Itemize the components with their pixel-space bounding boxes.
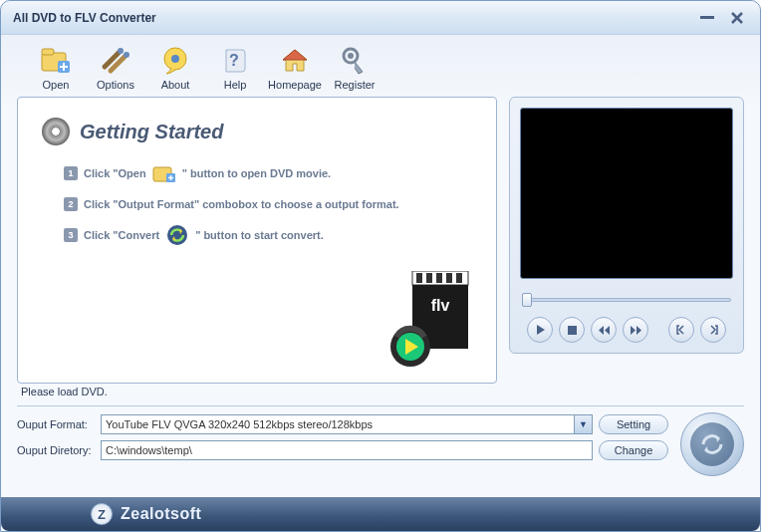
next-button[interactable] [623, 317, 648, 343]
getting-started-panel: Getting Started 1 Click "Open " button t… [17, 97, 497, 384]
media-controls [520, 317, 733, 343]
disc-icon [42, 118, 70, 145]
brand-logo: Z [91, 503, 113, 525]
register-icon [339, 45, 371, 77]
app-window: All DVD to FLV Converter Open Options [0, 0, 761, 532]
convert-icon [690, 422, 734, 466]
step-1-number: 1 [64, 166, 78, 180]
svg-point-10 [348, 53, 354, 59]
bottom-panel: Ouput Format: ▼ Setting Ouput Diretory: … [17, 405, 744, 476]
video-screen [520, 108, 733, 279]
svg-point-7 [171, 55, 179, 63]
brand-name: Zealotsoft [121, 505, 201, 523]
setting-button[interactable]: Setting [599, 414, 668, 434]
output-format-row: Ouput Format: ▼ Setting [17, 414, 668, 434]
step-3: 3 Click "Convert " button to start conve… [64, 225, 472, 245]
window-title: All DVD to FLV Converter [13, 11, 156, 25]
slider-thumb[interactable] [522, 293, 532, 307]
bracket-end-button[interactable] [700, 317, 726, 343]
svg-point-4 [118, 48, 124, 54]
register-label: Register [335, 79, 376, 91]
open-button[interactable]: Open [29, 45, 83, 91]
bracket-start-button[interactable] [668, 317, 694, 343]
title-bar: All DVD to FLV Converter [1, 1, 760, 35]
help-label: Help [224, 79, 247, 91]
step-3-number: 3 [64, 228, 78, 242]
about-icon [159, 45, 191, 77]
getting-started-header: Getting Started [42, 118, 472, 145]
step-2: 2 Click "Output Format" combobox to choo… [64, 197, 472, 211]
open-icon [40, 45, 72, 77]
svg-rect-24 [568, 326, 577, 335]
output-directory-row: Ouput Diretory: Change [17, 440, 668, 460]
svg-rect-18 [446, 273, 452, 283]
step-2-text: Click "Output Format" combobox to choose… [84, 198, 399, 210]
svg-text:flv: flv [431, 297, 450, 314]
help-button[interactable]: ? Help [208, 45, 262, 91]
main-area: Getting Started 1 Click "Open " button t… [1, 97, 760, 384]
output-form: Ouput Format: ▼ Setting Ouput Diretory: … [17, 414, 668, 466]
convert-button[interactable] [680, 412, 744, 476]
window-controls [696, 9, 748, 27]
getting-started-title: Getting Started [80, 121, 223, 143]
play-icon [536, 325, 545, 335]
bracket-start-icon [676, 325, 686, 335]
convert-mini-icon [165, 225, 189, 245]
about-button[interactable]: About [148, 45, 202, 91]
output-directory-input[interactable] [101, 440, 593, 460]
prev-button[interactable] [591, 317, 617, 343]
footer-bar: Z Zealotsoft [1, 497, 760, 531]
status-text: Please load DVD. [21, 386, 108, 398]
stop-button[interactable] [559, 317, 585, 343]
chevron-down-icon[interactable]: ▼ [575, 414, 593, 434]
svg-text:?: ? [229, 52, 239, 69]
slider-track [522, 298, 731, 302]
next-icon [631, 326, 641, 335]
stop-icon [568, 326, 577, 335]
step-3-text-b: " button to start convert. [195, 229, 324, 241]
change-button[interactable]: Change [599, 440, 668, 460]
about-label: About [161, 79, 190, 91]
homepage-button[interactable]: Homepage [268, 45, 322, 91]
close-icon [731, 12, 743, 24]
open-mini-icon [152, 163, 176, 183]
options-label: Options [97, 79, 134, 91]
svg-rect-17 [436, 273, 442, 283]
status-bar: Please load DVD. [1, 384, 760, 399]
svg-rect-2 [42, 49, 54, 55]
flv-media-art: flv [382, 271, 472, 371]
output-format-label: Ouput Format: [17, 418, 95, 430]
main-toolbar: Open Options About ? Help Homepage [1, 35, 760, 97]
close-button[interactable] [726, 9, 748, 27]
svg-rect-0 [700, 16, 714, 19]
homepage-icon [279, 45, 311, 77]
output-format-combo[interactable]: ▼ [101, 414, 593, 434]
prev-icon [599, 326, 610, 335]
step-1-text-a: Click "Open [84, 167, 146, 179]
open-label: Open [43, 79, 70, 91]
svg-rect-15 [416, 273, 422, 283]
svg-point-13 [167, 225, 187, 245]
step-1: 1 Click "Open " button to open DVD movie… [64, 163, 472, 183]
register-button[interactable]: Register [328, 45, 381, 91]
svg-point-5 [124, 52, 129, 58]
svg-rect-16 [426, 273, 432, 283]
options-button[interactable]: Options [89, 45, 142, 91]
preview-frame [509, 97, 744, 354]
svg-rect-19 [456, 273, 462, 283]
homepage-label: Homepage [268, 79, 322, 91]
step-1-text-b: " button to open DVD movie. [182, 167, 331, 179]
output-format-input[interactable] [101, 414, 575, 434]
minimize-button[interactable] [696, 9, 718, 27]
options-icon [100, 45, 131, 77]
help-icon: ? [219, 45, 251, 77]
play-button[interactable] [527, 317, 553, 343]
output-directory-label: Ouput Diretory: [17, 444, 95, 456]
step-2-number: 2 [64, 197, 78, 211]
step-3-text-a: Click "Convert [84, 229, 159, 241]
bracket-end-icon [708, 325, 718, 335]
seek-slider[interactable] [522, 293, 731, 307]
preview-panel [509, 97, 744, 384]
minimize-icon [700, 16, 714, 19]
